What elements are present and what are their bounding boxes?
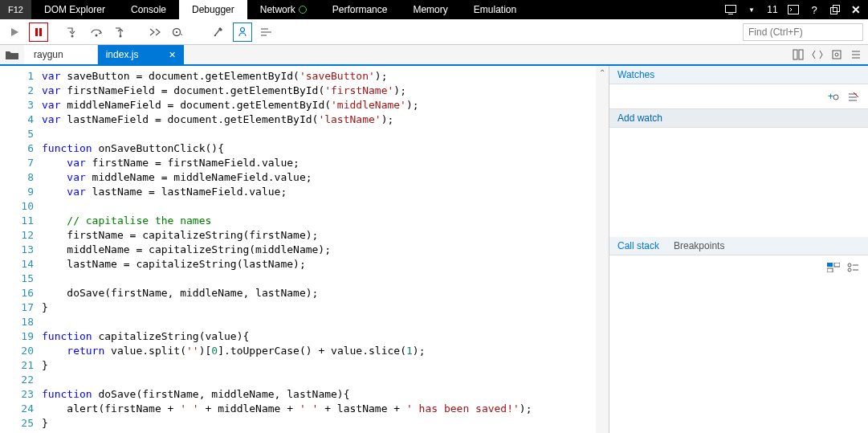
breadcrumb[interactable]: raygun [24, 45, 98, 64]
devtools-tab-network[interactable]: Network [247, 0, 320, 19]
svg-rect-19 [833, 51, 841, 59]
svg-rect-17 [793, 50, 797, 59]
svg-rect-11 [176, 31, 177, 33]
code-line: // capitalise the names [42, 214, 596, 228]
devtools-tab-emulation[interactable]: Emulation [461, 0, 529, 19]
line-gutter: 1234567891011121314151617181920212223242… [0, 66, 42, 433]
svg-point-35 [848, 268, 851, 272]
callstack-breakpoints-header: Call stack Breakpoints [609, 237, 868, 255]
exception-behavior-button[interactable] [169, 22, 188, 42]
svg-rect-0 [726, 6, 736, 13]
svg-point-8 [96, 34, 98, 36]
help-icon[interactable]: ? [807, 2, 821, 17]
devtools-tab-dom-explorer[interactable]: DOM Explorer [31, 0, 118, 19]
devtools-tab-performance[interactable]: Performance [320, 0, 401, 19]
callstack-tab[interactable]: Call stack [617, 240, 659, 251]
callstack-icon-1[interactable] [826, 260, 841, 275]
add-watch-icon[interactable]: + [826, 89, 841, 104]
close-icon[interactable]: ✕ [849, 2, 863, 17]
svg-point-33 [848, 263, 851, 267]
code-line: var saveButton = document.getElementById… [42, 69, 596, 84]
svg-rect-2 [789, 6, 799, 14]
code-line [42, 315, 596, 329]
svg-point-20 [835, 53, 838, 56]
debugger-toolbar [0, 19, 868, 45]
file-tab-label: index.js [106, 49, 139, 60]
network-recording-icon [299, 6, 307, 14]
just-my-code-button[interactable] [233, 22, 252, 42]
step-over-button[interactable] [87, 22, 106, 42]
pretty-print-button[interactable] [257, 22, 276, 42]
svg-point-12 [214, 35, 216, 36]
code-line: function capitalizeString(value){ [42, 329, 596, 344]
code-line: } [42, 416, 596, 431]
dropdown-icon[interactable]: ▼ [744, 2, 759, 17]
code-content: var saveButton = document.getElementById… [42, 66, 596, 433]
devtools-tab-console[interactable]: Console [118, 0, 179, 19]
undock-icon[interactable] [828, 2, 842, 17]
break-new-worker-button[interactable] [145, 22, 164, 42]
svg-point-7 [71, 35, 74, 37]
code-line: var lastName = lastNameField.value; [42, 185, 596, 199]
dom-breakpoint-button[interactable] [209, 22, 228, 42]
code-line: var firstNameField = document.getElement… [42, 84, 596, 98]
error-count[interactable]: 11 [765, 2, 780, 17]
svg-rect-30 [827, 263, 833, 267]
code-line: firstName = capitalizeString(firstName); [42, 228, 596, 243]
code-line: doSave(firstName, middleName, lastName); [42, 286, 596, 300]
file-tab-active[interactable]: index.js × [98, 45, 184, 64]
top-menu-bar: F12 DOM ExplorerConsoleDebuggerNetworkPe… [0, 0, 868, 19]
filebar-icon-3[interactable] [829, 47, 844, 62]
delete-all-icon[interactable] [846, 89, 860, 104]
console-shortcut-icon[interactable] [786, 2, 801, 17]
file-tab-close-icon[interactable]: × [169, 48, 175, 61]
continue-button[interactable] [5, 22, 24, 42]
svg-rect-4 [833, 6, 840, 12]
svg-point-9 [120, 35, 122, 37]
code-line: var lastNameField = document.getElementB… [42, 112, 596, 127]
code-editor[interactable]: 1234567891011121314151617181920212223242… [0, 66, 609, 433]
devtools-tab-debugger[interactable]: Debugger [179, 0, 247, 19]
find-input[interactable] [743, 23, 863, 41]
svg-line-29 [854, 92, 858, 97]
vertical-scrollbar[interactable]: ⌃ [596, 66, 609, 433]
watches-body [609, 128, 868, 237]
add-watch-button[interactable]: Add watch [609, 108, 868, 128]
devtools-tabs: DOM ExplorerConsoleDebuggerNetworkPerfor… [31, 0, 719, 19]
code-line [42, 272, 596, 286]
code-line: function onSaveButtonClick(){ [42, 141, 596, 156]
filebar-icon-1[interactable] [791, 47, 805, 62]
file-tab-bar: raygun index.js × [0, 45, 868, 66]
code-line: middleName = capitalizeString(middleName… [42, 243, 596, 257]
step-out-button[interactable] [111, 22, 130, 42]
code-line: var middleName = middleNameField.value; [42, 170, 596, 185]
pause-button[interactable] [29, 22, 48, 42]
svg-point-13 [241, 27, 245, 31]
callstack-icon-2[interactable] [846, 260, 860, 275]
code-line: var firstName = firstNameField.value; [42, 156, 596, 170]
step-into-button[interactable] [63, 22, 82, 42]
breakpoints-tab[interactable]: Breakpoints [674, 240, 724, 251]
code-line: } [42, 358, 596, 373]
svg-rect-31 [834, 263, 840, 267]
code-line: lastName = capitalizeString(lastName); [42, 257, 596, 272]
f12-label: F12 [0, 0, 31, 19]
monitor-icon[interactable] [723, 2, 738, 17]
svg-rect-32 [827, 268, 833, 272]
watches-header[interactable]: Watches [609, 66, 868, 84]
code-line: alert(firstName + ' ' + middleName + ' '… [42, 402, 596, 416]
filebar-icon-2[interactable] [810, 47, 825, 62]
code-line: } [42, 300, 596, 315]
filebar-icon-4[interactable] [849, 47, 863, 62]
svg-rect-3 [831, 8, 837, 14]
topbar-right-icons: ▼ 11 ? ✕ [719, 0, 868, 19]
folder-icon[interactable] [0, 49, 24, 60]
scroll-up-icon[interactable]: ⌃ [596, 66, 609, 79]
side-panel: Watches + Add watch Call stack Breakpoin… [609, 66, 868, 433]
svg-rect-6 [39, 28, 42, 36]
code-line: var middleNameField = document.getElemen… [42, 98, 596, 112]
devtools-tab-memory[interactable]: Memory [400, 0, 460, 19]
svg-rect-5 [35, 28, 38, 36]
svg-point-25 [833, 95, 838, 100]
callstack-body [609, 280, 868, 433]
